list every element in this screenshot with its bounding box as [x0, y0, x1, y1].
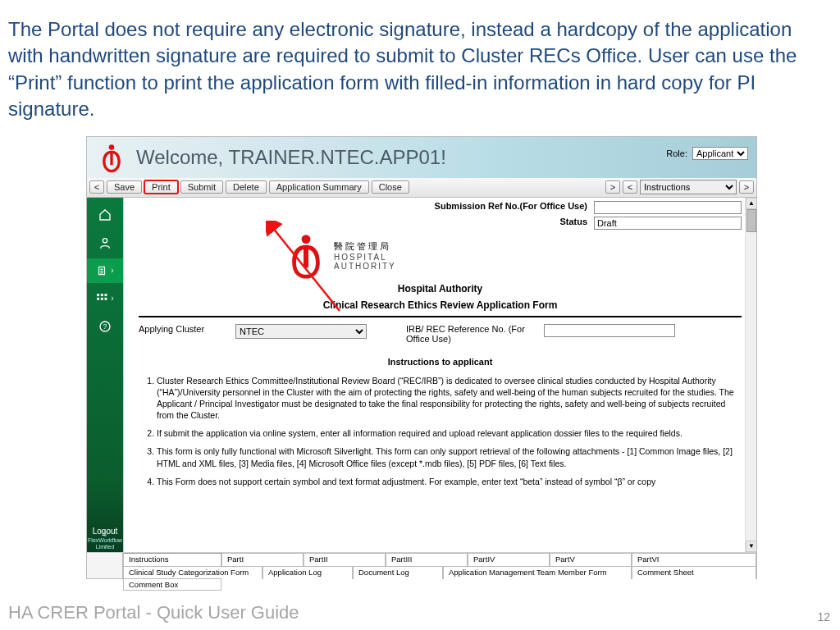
cluster-select[interactable]: NTEC — [235, 324, 367, 339]
print-button[interactable]: Print — [144, 180, 178, 194]
tab-app-log[interactable]: Application Log — [262, 566, 353, 579]
scroll-down-icon[interactable]: ▼ — [746, 541, 756, 552]
tab-row-3: Comment Box — [123, 578, 221, 591]
org-name-en2: AUTHORITY — [334, 262, 396, 271]
tab-comment-box[interactable]: Comment Box — [123, 578, 221, 591]
tab-part1[interactable]: PartI — [221, 553, 304, 566]
org-name-cn: 醫 院 管 理 局 — [334, 240, 396, 253]
org-logo-block: 醫 院 管 理 局 HOSPITAL AUTHORITY — [286, 232, 742, 280]
instruction-item: This form is only fully functional with … — [157, 445, 742, 468]
tab-instructions[interactable]: Instructions — [123, 553, 221, 566]
instructions-header: Instructions to applicant — [139, 357, 742, 367]
org-name-en1: HOSPITAL — [334, 253, 396, 262]
scroll-thumb[interactable] — [746, 209, 756, 232]
save-button[interactable]: Save — [107, 180, 142, 194]
banner: Welcome, TRAINER.NTEC.APP01! Role: Appli… — [87, 137, 756, 178]
instructions-list: Cluster Research Ethics Committee/Instit… — [139, 375, 742, 487]
form-content: Submission Ref No.(For Office Use) Statu… — [123, 198, 756, 552]
irb-input[interactable] — [544, 324, 675, 337]
instruction-item: If submit the application via online sys… — [157, 427, 742, 439]
tab-comment-sheet[interactable]: Comment Sheet — [632, 566, 756, 579]
nav-prev-button[interactable]: < — [89, 180, 104, 194]
user-icon[interactable] — [89, 231, 121, 255]
role-dropdown[interactable]: Applicant — [692, 147, 748, 160]
sub-ref-input[interactable] — [594, 201, 742, 214]
tab-part2[interactable]: PartII — [304, 553, 386, 566]
tab-part6[interactable]: PartVI — [632, 553, 756, 566]
svg-rect-10 — [97, 297, 99, 299]
svg-rect-1 — [110, 151, 112, 165]
status-label: Status — [559, 217, 587, 230]
svg-rect-8 — [101, 294, 103, 296]
nav-prev2-button[interactable]: < — [623, 180, 637, 194]
role-label: Role: — [666, 148, 687, 158]
home-icon[interactable] — [89, 203, 121, 227]
tab-part5[interactable]: PartV — [550, 553, 632, 566]
toolbar: < Save Print Submit Delete Application S… — [87, 178, 756, 198]
close-button[interactable]: Close — [372, 180, 409, 194]
svg-point-2 — [103, 238, 107, 242]
svg-point-15 — [302, 235, 311, 244]
hospital-title: Hospital Authority — [139, 283, 742, 294]
ha-logo-icon — [286, 232, 326, 280]
copyright-text: © FlexWorkflow Limited — [87, 532, 123, 550]
form-title: Clinical Research Ethics Review Applicat… — [139, 299, 742, 311]
welcome-text: Welcome, TRAINER.NTEC.APP01! — [136, 146, 446, 169]
tab-team-form[interactable]: Application Management Team Member Form — [443, 566, 632, 579]
svg-text:?: ? — [103, 322, 107, 331]
instruction-item: Cluster Research Ethics Committee/Instit… — [157, 375, 742, 422]
intro-paragraph: The Portal does not require any electron… — [0, 0, 840, 130]
irb-label: IRB/ REC Reference No. (For Office Use) — [406, 324, 529, 344]
app-summary-button[interactable]: Application Summary — [269, 180, 369, 194]
svg-point-0 — [109, 144, 115, 150]
scrollbar[interactable]: ▲ ▼ — [745, 198, 756, 552]
svg-rect-16 — [304, 246, 308, 267]
footer-title: HA CRER Portal - Quick User Guide — [8, 602, 299, 623]
nav-next-button[interactable]: > — [605, 180, 620, 194]
grid-icon[interactable]: › — [89, 286, 121, 311]
nav-next2-button[interactable]: > — [739, 180, 754, 194]
chevron-right-icon: › — [111, 266, 113, 275]
divider — [139, 316, 742, 317]
cluster-row: Applying Cluster NTEC IRB/ REC Reference… — [139, 324, 742, 344]
delete-button[interactable]: Delete — [226, 180, 267, 194]
org-name: 醫 院 管 理 局 HOSPITAL AUTHORITY — [334, 240, 396, 271]
section-dropdown[interactable]: Instructions — [640, 180, 737, 194]
tab-strip: Instructions PartI PartII PartIII PartIV… — [87, 552, 756, 578]
sub-ref-label: Submission Ref No.(For Office Use) — [435, 201, 587, 214]
tab-doc-log[interactable]: Document Log — [353, 566, 443, 579]
ha-logo-icon — [94, 141, 130, 174]
status-input[interactable] — [594, 217, 742, 230]
role-selector: Role: Applicant — [666, 147, 748, 160]
svg-rect-11 — [101, 297, 103, 299]
sidebar: › › ? Logout © FlexWorkflow Limited — [87, 198, 123, 552]
scroll-up-icon[interactable]: ▲ — [746, 198, 756, 209]
portal-screenshot: Welcome, TRAINER.NTEC.APP01! Role: Appli… — [86, 136, 757, 579]
page-number: 12 — [817, 610, 830, 623]
tab-part3[interactable]: PartIII — [386, 553, 468, 566]
svg-rect-9 — [105, 294, 107, 296]
cluster-label: Applying Cluster — [139, 324, 221, 334]
tab-row-2: Clinical Study Categorization Form Appli… — [87, 566, 756, 579]
submit-button[interactable]: Submit — [180, 180, 223, 194]
tab-row-1: Instructions PartI PartII PartIII PartIV… — [87, 553, 756, 566]
instruction-item: This Form does not support certain symbo… — [157, 476, 742, 487]
svg-rect-12 — [105, 297, 107, 299]
slide-footer: HA CRER Portal - Quick User Guide 12 — [8, 602, 830, 623]
tab-part4[interactable]: PartIV — [468, 553, 550, 566]
chevron-right-icon: › — [111, 294, 113, 303]
clipboard-icon[interactable]: › — [87, 258, 123, 283]
help-icon[interactable]: ? — [89, 314, 121, 339]
svg-rect-7 — [97, 294, 99, 296]
tab-csc-form[interactable]: Clinical Study Categorization Form — [123, 566, 262, 579]
